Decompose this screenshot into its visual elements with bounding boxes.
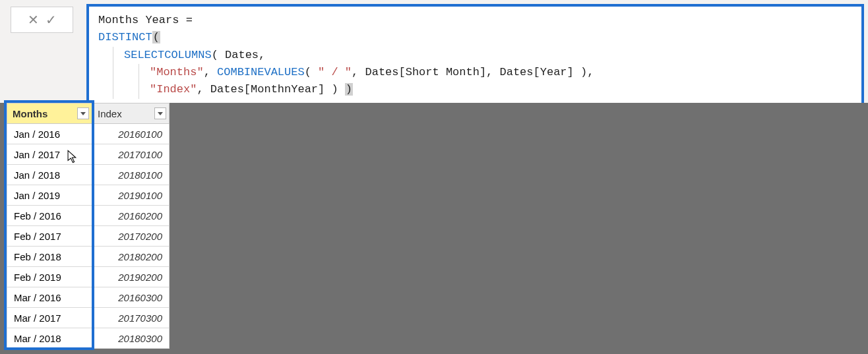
cell-index[interactable]: 20180300 <box>92 328 170 349</box>
filter-dropdown-icon[interactable] <box>154 107 166 119</box>
measure-name: Months Years <box>98 14 186 26</box>
str-months: "Months" <box>150 66 204 78</box>
cell-index[interactable]: 20160200 <box>92 206 170 226</box>
table-row[interactable]: Mar / 201820180300 <box>7 328 170 349</box>
table-row[interactable]: Jan / 201720170100 <box>7 144 170 165</box>
table-row[interactable]: Mar / 201620160300 <box>7 287 170 308</box>
table-row[interactable]: Jan / 201920190100 <box>7 185 170 206</box>
data-table: Months Index Jan / 201620160100Jan / 201… <box>7 103 170 349</box>
cell-index[interactable]: 20160300 <box>92 287 170 308</box>
fn-combinevalues: COMBINEVALUES <box>217 66 305 78</box>
open-paren: ( <box>152 31 160 44</box>
cell-months[interactable]: Jan / 2017 <box>7 144 92 165</box>
cell-index[interactable]: 20170300 <box>92 308 170 328</box>
formula-actions: ✕ ✓ <box>11 7 73 33</box>
confirm-icon[interactable]: ✓ <box>46 13 57 26</box>
column-header-index[interactable]: Index <box>92 103 170 124</box>
formula-bar-row: ✕ ✓ Months Years = DISTINCT( SELECTCOLUM… <box>0 0 868 108</box>
table-row[interactable]: Feb / 201920190200 <box>7 267 170 287</box>
cell-index[interactable]: 20190200 <box>92 267 170 287</box>
cancel-icon[interactable]: ✕ <box>28 13 39 26</box>
cell-months[interactable]: Feb / 2016 <box>7 206 92 226</box>
cell-months[interactable]: Feb / 2017 <box>7 226 92 247</box>
header-label: Index <box>98 108 122 119</box>
table-row[interactable]: Mar / 201720170300 <box>7 308 170 328</box>
cell-index[interactable]: 20170200 <box>92 226 170 247</box>
cell-index[interactable]: 20190100 <box>92 185 170 206</box>
formula-editor[interactable]: Months Years = DISTINCT( SELECTCOLUMNS( … <box>86 4 864 108</box>
table-row[interactable]: Jan / 201620160100 <box>7 124 170 144</box>
fn-distinct: DISTINCT <box>98 31 152 44</box>
cell-index[interactable]: 20180200 <box>92 247 170 267</box>
table-row[interactable]: Feb / 201620160200 <box>7 206 170 226</box>
cell-months[interactable]: Jan / 2016 <box>7 124 92 144</box>
data-grid-region: Months Index Jan / 201620160100Jan / 201… <box>0 103 868 354</box>
cell-months[interactable]: Mar / 2017 <box>7 308 92 328</box>
cell-months[interactable]: Feb / 2019 <box>7 267 92 287</box>
close-paren: ) <box>345 83 353 96</box>
cell-index[interactable]: 20180100 <box>92 165 170 185</box>
header-row: Months Index <box>7 103 170 124</box>
str-index: "Index" <box>150 83 197 96</box>
column-header-months[interactable]: Months <box>7 103 92 124</box>
cell-months[interactable]: Jan / 2019 <box>7 185 92 206</box>
cell-index[interactable]: 20160100 <box>92 124 170 144</box>
str-sep: " / " <box>318 66 352 78</box>
table-row[interactable]: Jan / 201820180100 <box>7 165 170 185</box>
header-label: Months <box>13 108 47 119</box>
filter-dropdown-icon[interactable] <box>77 107 89 119</box>
cell-months[interactable]: Mar / 2016 <box>7 287 92 308</box>
dax-code[interactable]: Months Years = DISTINCT( SELECTCOLUMNS( … <box>98 12 855 99</box>
cell-months[interactable]: Feb / 2018 <box>7 247 92 267</box>
fn-selectcolumns: SELECTCOLUMNS <box>124 49 212 61</box>
table-row[interactable]: Feb / 201820180200 <box>7 247 170 267</box>
cell-index[interactable]: 20170100 <box>92 144 170 165</box>
cell-months[interactable]: Mar / 2018 <box>7 328 92 349</box>
cell-months[interactable]: Jan / 2018 <box>7 165 92 185</box>
table-row[interactable]: Feb / 201720170200 <box>7 226 170 247</box>
